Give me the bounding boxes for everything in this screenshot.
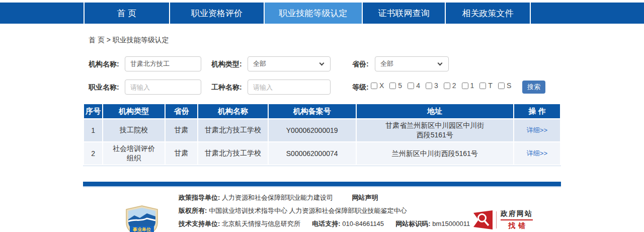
level-checkbox-s[interactable] xyxy=(498,83,505,89)
badge-label: 事业单位 xyxy=(124,226,159,232)
level-checkbox-2[interactable] xyxy=(444,83,450,89)
nav-tab-qualification-eval[interactable]: 职业资格评价 xyxy=(170,3,265,24)
policy-label: 政策指导单位: xyxy=(179,194,220,201)
level-option-2[interactable]: 2 xyxy=(444,82,456,90)
detail-link[interactable]: 详细>> xyxy=(527,126,547,134)
cell-record-no: S000062000074 xyxy=(269,142,356,165)
logo-divider xyxy=(496,211,497,228)
level-option-1[interactable]: 1 xyxy=(462,82,474,90)
org-type-selected-value: 全部 xyxy=(253,59,266,68)
search-button[interactable]: 搜索 xyxy=(522,81,545,94)
header-action: 操 作 xyxy=(514,104,560,118)
chevron-down-icon xyxy=(438,61,443,66)
level-option-s[interactable]: S xyxy=(498,82,511,90)
breadcrumb[interactable]: 首 页 > 职业技能等级认定 xyxy=(89,36,169,45)
cell-address: 兰州新区中川街西段5161号 xyxy=(357,142,513,165)
gov-error-report-logo[interactable]: 政府网站 找错 xyxy=(473,209,533,230)
org-name-input[interactable] xyxy=(125,56,201,71)
site-id-label: 网站标识码: xyxy=(395,220,430,227)
policy-value: 人力资源和社会保障部职业能力建设司 xyxy=(222,194,333,201)
phone-label: 电话支持: xyxy=(312,220,340,227)
header-province: 省份 xyxy=(166,104,198,118)
cell-index: 2 xyxy=(84,142,102,165)
org-name-label: 机构名称: xyxy=(89,60,119,69)
level-option-4[interactable]: 4 xyxy=(408,82,420,90)
level-checkbox-group: X 5 4 3 2 1 T S xyxy=(371,82,511,90)
gov-logo-title: 政府网站 xyxy=(501,209,533,220)
footer-policy-line: 政策指导单位: 人力资源和社会保障部职业能力建设司 网站声明 xyxy=(179,193,378,202)
org-type-select[interactable]: 全部 xyxy=(248,56,331,71)
copyright-value: 中国就业培训技术指导中心 人力资源和社会保障部职业技能鉴定中心 xyxy=(209,207,407,214)
cell-action: 详细>> xyxy=(514,142,560,165)
site-id-value: bm15000011 xyxy=(432,220,470,227)
cell-org-name: 甘肃北方技工学校 xyxy=(198,142,267,165)
level-option-x[interactable]: X xyxy=(371,82,384,90)
gov-logo-subtitle: 找错 xyxy=(505,221,528,230)
table-row: 2 社会培训评价组织 甘肃 甘肃北方技工学校 S000062000074 兰州新… xyxy=(84,142,560,165)
nav-tab-home[interactable]: 首 页 xyxy=(85,3,170,24)
level-option-5[interactable]: 5 xyxy=(389,82,402,90)
occupation-label: 职业名称: xyxy=(89,83,119,92)
header-index: 序号 xyxy=(84,104,102,118)
chevron-down-icon xyxy=(319,61,325,66)
level-label: 等级: xyxy=(352,83,369,92)
cell-province: 甘肃 xyxy=(166,142,198,165)
site-statement-link[interactable]: 网站声明 xyxy=(352,194,378,201)
level-checkbox-3[interactable] xyxy=(426,83,432,89)
work-type-label: 工种名称: xyxy=(211,83,242,92)
level-checkbox-t[interactable] xyxy=(479,83,486,89)
header-address: 地址 xyxy=(357,104,513,118)
nav-left-spacer xyxy=(0,3,85,24)
nav-tab-skill-level-cert[interactable]: 职业技能等级认定 xyxy=(265,3,363,24)
public-institution-badge: 事业单位 xyxy=(124,205,159,232)
cell-org-name: 甘肃北方技工学校 xyxy=(198,119,267,141)
footer-support-line: 技术支持单位: 北京航天情报与信息研究所 电话支持: 010-84661145 … xyxy=(179,219,470,228)
cell-org-type: 技工院校 xyxy=(103,119,164,141)
detail-link[interactable]: 详细>> xyxy=(527,149,547,157)
cell-record-no: Y000062000019 xyxy=(269,119,356,141)
level-checkbox-x[interactable] xyxy=(371,83,377,89)
cell-province: 甘肃 xyxy=(166,119,198,141)
work-type-input[interactable] xyxy=(248,80,331,95)
level-option-t[interactable]: T xyxy=(479,82,493,90)
level-checkbox-5[interactable] xyxy=(389,83,396,89)
footer-divider-bar xyxy=(83,182,561,187)
cell-address: 甘肃省兰州新区中川园区中川街西段5161号 xyxy=(357,119,513,141)
province-select[interactable]: 全部 xyxy=(375,56,449,71)
org-type-label: 机构类型: xyxy=(211,60,242,69)
level-checkbox-4[interactable] xyxy=(408,83,414,89)
cell-action: 详细>> xyxy=(514,119,560,141)
table-header-row: 序号 机构类型 省份 机构名称 机构备案号 地址 操 作 xyxy=(84,104,560,118)
occupation-input[interactable] xyxy=(125,80,201,95)
level-checkbox-1[interactable] xyxy=(462,83,468,89)
magnifier-flag-icon xyxy=(473,210,493,230)
cell-org-type: 社会培训评价组织 xyxy=(103,142,164,165)
results-table: 序号 机构类型 省份 机构名称 机构备案号 地址 操 作 1 技工院校 甘肃 甘… xyxy=(83,103,561,166)
nav-tab-certificate-query[interactable]: 证书联网查询 xyxy=(363,3,446,24)
nav-tab-policy-files[interactable]: 相关政策文件 xyxy=(446,3,531,24)
nav-right-spacer xyxy=(531,3,644,24)
header-org-name: 机构名称 xyxy=(198,104,267,118)
support-value: 北京航天情报与信息研究所 xyxy=(222,220,300,227)
gov-logo-text: 政府网站 找错 xyxy=(501,209,533,230)
footer-copyright-line: 版权所有: 中国就业培训技术指导中心 人力资源和社会保障部职业技能鉴定中心 xyxy=(179,206,407,215)
cell-index: 1 xyxy=(84,119,102,141)
support-label: 技术支持单位: xyxy=(179,220,220,227)
phone-value: 010-84661145 xyxy=(342,220,384,227)
header-record-no: 机构备案号 xyxy=(269,104,356,118)
copyright-label: 版权所有: xyxy=(179,207,207,214)
level-option-3[interactable]: 3 xyxy=(426,82,438,90)
province-selected-value: 全部 xyxy=(380,59,393,68)
top-nav: 首 页 职业资格评价 职业技能等级认定 证书联网查询 相关政策文件 xyxy=(0,3,644,24)
header-org-type: 机构类型 xyxy=(103,104,164,118)
table-row: 1 技工院校 甘肃 甘肃北方技工学校 Y000062000019 甘肃省兰州新区… xyxy=(84,119,560,141)
province-label: 省份: xyxy=(352,60,369,69)
